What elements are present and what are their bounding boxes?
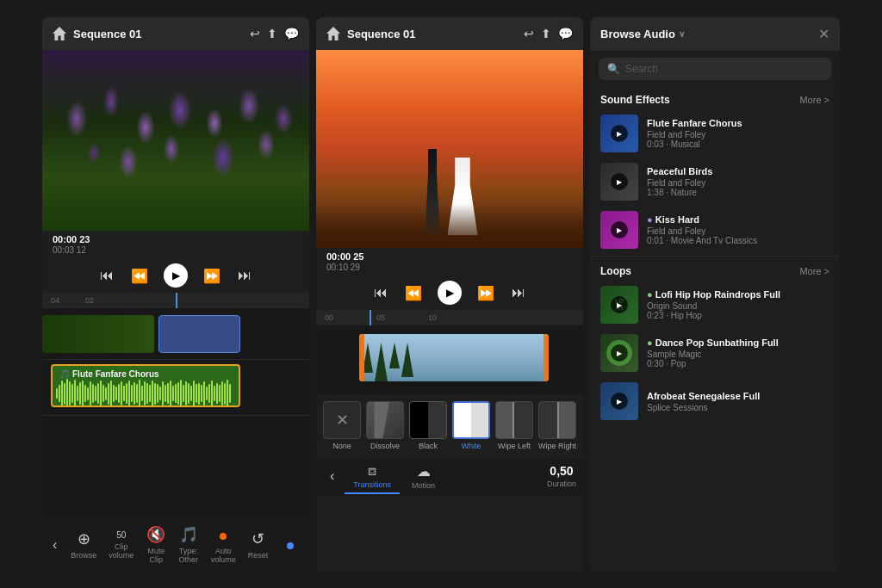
birds-thumb: ▶ [600,163,638,201]
mute-tool[interactable]: 🔇 Mute Clip [140,522,171,567]
mid-share-icon[interactable]: ⬆ [541,27,551,40]
video-clip-1[interactable] [42,315,154,353]
transition-white[interactable]: White [452,401,490,450]
clip-volume-tool[interactable]: 50 Clip volume [103,527,139,563]
audio-item-dance[interactable]: ▶ ● Dance Pop Sunbathing Full Sample Mag… [590,329,840,377]
transitions-tab-label: Transitions [353,480,391,489]
tab-transitions[interactable]: ⧈ Transitions [345,458,400,494]
undo-icon[interactable]: ↩ [250,27,260,40]
black-thumb [409,401,447,439]
skip-forward-button[interactable]: ⏭ [236,266,253,285]
mute-icon: 🔇 [146,525,165,544]
transition-dissolve[interactable]: Dissolve [366,401,404,450]
transitions-grid: ✕ None Dissolve Black [316,394,583,457]
type-tool[interactable]: 🎵 Type: Other [173,522,204,567]
mid-back-button[interactable]: ‹ [323,461,341,491]
left-back-button[interactable]: ‹ [46,530,64,560]
mid-ruler-mark-3: 10 [428,313,437,322]
sound-effects-more[interactable]: More > [799,95,829,105]
browse-title: Browse Audio ∨ [600,28,685,40]
orange-dot [220,533,227,540]
dance-play-circle: ▶ [611,344,628,362]
lofi-detail: 0:23 · Hip Hop [647,311,829,320]
flute-info: Flute Fanfare Chorus Field and Foley 0:0… [647,118,829,149]
sound-effects-title: Sound Effects [600,94,670,106]
left-timecode-total: 00:03 12 [53,245,299,255]
chevron-down-icon: ∨ [679,29,685,39]
loops-title: Loops [600,265,631,277]
flute-thumb: ▶ [600,115,638,152]
loops-more[interactable]: More > [799,266,829,276]
browse-label: Browse [71,551,96,560]
mid-skip-back-button[interactable]: ⏮ [372,283,389,302]
reset-icon: ↺ [252,529,264,548]
more-tool[interactable] [275,532,306,557]
search-input-wrap[interactable]: 🔍 Search [599,58,831,80]
video-clip-2[interactable] [158,315,240,353]
mid-ruler-mark-1: 00 [325,313,333,322]
transition-none[interactable]: ✕ None [323,401,361,450]
panel-right: Browse Audio ∨ ✕ 🔍 Search Sound Effects … [590,17,840,573]
white-thumb [452,401,490,439]
home-icon[interactable] [53,27,66,40]
dance-info: ● Dance Pop Sunbathing Full Sample Magic… [647,337,829,368]
mid-track-area[interactable] [316,325,583,394]
clip-volume-value: 50 [116,530,126,540]
ruler-mark-1: 04 [51,296,59,305]
transition-black[interactable]: Black [409,401,447,450]
audio-clip-label: 🎵 Flute Fanfare Chorus [59,369,159,379]
lofi-thumb: LO-FI ▶ [600,286,638,324]
auto-volume-label: Auto volume [211,547,236,564]
loops-header: Loops More > [590,258,840,281]
clip-volume-label: Clip volume [109,542,134,560]
auto-volume-icon [220,526,227,544]
mid-bottom-tabs: ‹ ⧈ Transitions ☁ Motion 0,50 Duration [316,457,583,495]
mid-comment-icon[interactable]: 💬 [558,27,573,40]
audio-clip[interactable]: 🎵 Flute Fanfare Chorus [51,364,240,407]
mid-timeline-ruler: 00 05 10 [316,310,583,325]
step-forward-button[interactable]: ⏩ [202,266,222,286]
audio-item-afro[interactable]: ▶ Afrobeat Senegalese Full Splice Sessio… [590,377,840,425]
play-button[interactable]: ▶ [164,263,188,288]
winter-clip[interactable] [359,334,549,381]
audio-item-kiss[interactable]: ▶ ● Kiss Hard Field and Foley 0:01 · Mov… [590,206,840,254]
auto-volume-tool[interactable]: Auto volume [206,523,241,567]
mid-skip-forward-button[interactable]: ⏭ [510,283,527,302]
transition-wipe-left[interactable]: Wipe Left [495,401,533,450]
left-timeline-area[interactable]: 🎵 Flute Fanfare Chorus [42,308,309,517]
reset-tool[interactable]: ↺ Reset [243,526,274,563]
left-timecode-bar: 00:00 23 00:03 12 [42,231,309,258]
motion-tab-label: Motion [412,481,435,490]
tab-motion[interactable]: ☁ Motion [403,458,444,495]
mid-step-back-button[interactable]: ⏪ [403,283,424,303]
browse-tool[interactable]: ⊕ Browse [65,526,102,563]
audio-item-lofi[interactable]: LO-FI ▶ ● Lofi Hip Hop Raindrops Full Or… [590,281,840,329]
duration-input[interactable]: 0,50 Duration [547,464,576,488]
white-label: White [461,442,481,450]
step-back-button[interactable]: ⏪ [129,266,150,286]
skip-back-button[interactable]: ⏮ [98,266,115,285]
mid-home-icon[interactable] [326,27,340,40]
audio-item-birds[interactable]: ▶ Peaceful Birds Field and Foley 1:38 · … [590,158,840,206]
close-button[interactable]: ✕ [818,26,829,42]
mid-play-button[interactable]: ▶ [438,281,462,305]
birds-name: Peaceful Birds [647,166,829,176]
audio-item-flute[interactable]: ▶ Flute Fanfare Chorus Field and Foley 0… [590,109,840,158]
afro-info: Afrobeat Senegalese Full Splice Sessions [647,391,829,412]
panel-left: Sequence 01 ↩ ⬆ 💬 00:00 23 00:03 12 ⏮ ⏪ … [42,17,309,573]
wipe-right-thumb [538,401,576,439]
flute-play-overlay: ▶ [600,115,638,152]
lofi-play-circle: ▶ [611,296,628,313]
transition-wipe-right[interactable]: Wipe Right [538,401,576,450]
share-icon[interactable]: ⬆ [267,27,277,40]
mid-step-forward-button[interactable]: ⏩ [475,283,496,303]
kiss-thumb: ▶ [600,211,638,249]
mid-playback-controls: ⏮ ⏪ ▶ ⏩ ⏭ [316,275,583,310]
ruler-mark-2: 02 [85,296,94,305]
transitions-icon: ⧈ [368,463,376,479]
comment-icon[interactable]: 💬 [284,27,299,40]
mid-undo-icon[interactable]: ↩ [524,27,534,40]
left-panel-title: Sequence 01 [73,28,243,40]
lofi-play-overlay: ▶ [600,286,638,324]
mid-timecode-current: 00:00 25 [326,251,573,262]
